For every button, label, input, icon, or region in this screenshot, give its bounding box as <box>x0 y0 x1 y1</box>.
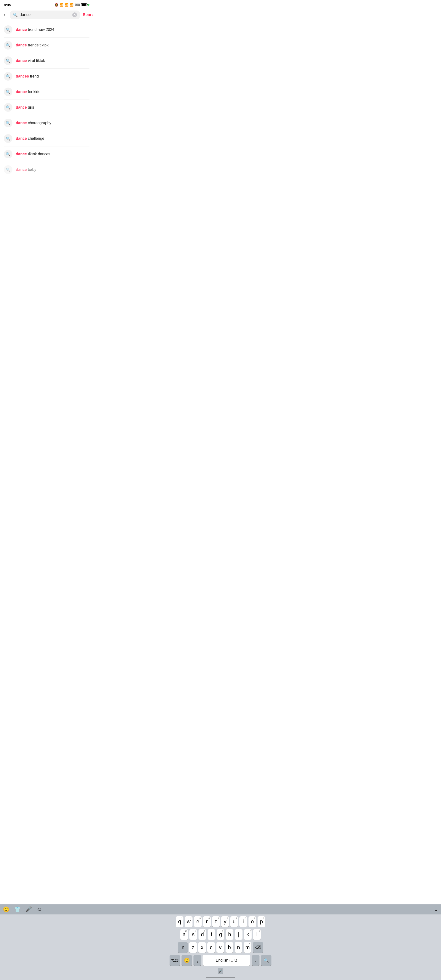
status-time: 8:35 <box>4 3 11 7</box>
back-arrow-icon: ← <box>3 12 8 18</box>
clear-button[interactable]: ✕ <box>72 13 77 17</box>
suggestion-search-icon: 🔍 <box>4 41 13 49</box>
wifi-icon: 📶 <box>70 3 73 7</box>
key-row-3: ⇧ z x :c .v ;b !n ?m ⌫ <box>1 942 93 953</box>
search-input-wrapper[interactable]: 🔍 ✕ <box>10 11 80 19</box>
suggestion-search-icon: 🔍 <box>4 103 13 112</box>
status-icons: 🔕 📶 📶 📶 85% <box>54 3 89 7</box>
back-button[interactable]: ← <box>3 11 8 19</box>
search-button[interactable]: Search <box>82 11 93 18</box>
emoji-icon[interactable]: ☺ <box>36 906 42 913</box>
status-bar: 8:35 🔕 📶 📶 📶 85% <box>0 0 93 9</box>
key-row-1: 1q 2w 3e 4r 5t 6y 7u 8i 9o 0p <box>1 916 93 927</box>
emoji-face-icon[interactable]: 🙂 <box>3 906 10 913</box>
signal-icon: 📶 <box>60 3 63 7</box>
suggestion-text: dance challenge <box>16 136 44 141</box>
suggestion-search-icon: 🔍 <box>4 25 13 34</box>
home-indicator-bar <box>0 975 93 980</box>
suggestions-list: 🔍dance trend now 2024🔍dance trends tikto… <box>0 21 93 178</box>
battery-indicator: 85% <box>75 3 89 6</box>
suggestion-item[interactable]: 🔍dance baby <box>0 162 93 177</box>
suggestion-text: dance trends tiktok <box>16 43 49 48</box>
suggestion-search-icon: 🔍 <box>4 88 13 96</box>
suggestion-text: dance tiktok dances <box>16 152 50 156</box>
suggestion-text: dance baby <box>16 167 36 172</box>
charging-dot <box>87 4 89 6</box>
suggestion-item[interactable]: 🔍dance gris <box>0 100 93 115</box>
key-row-4: ?123 🙂 , English (UK) . 🔍 <box>1 955 93 966</box>
suggestion-item[interactable]: 🔍dances trend <box>0 68 93 84</box>
keyboard-toolbar: 🙂 👕 🎤 ☺ ⌄ <box>0 904 93 915</box>
search-icon: 🔍 <box>13 13 18 17</box>
suggestion-text: dance viral tiktok <box>16 58 45 63</box>
keyboard: 🙂 👕 🎤 ☺ ⌄ 1q 2w 3e 4r 5t 6y 7u 8i 9o 0p … <box>0 904 93 980</box>
suggestion-search-icon: 🔍 <box>4 56 13 65</box>
suggestion-search-icon: 🔍 <box>4 165 13 174</box>
suggestion-search-icon: 🔍 <box>4 72 13 81</box>
suggestion-search-icon: 🔍 <box>4 150 13 158</box>
suggestion-item[interactable]: 🔍dance tiktok dances <box>0 146 93 162</box>
suggestion-item[interactable]: 🔍dance viral tiktok <box>0 53 93 68</box>
keyboard-rows: 1q 2w 3e 4r 5t 6y 7u 8i 9o 0p @a #s £d _… <box>0 915 93 975</box>
suggestion-item[interactable]: 🔍dance trend now 2024 <box>0 22 93 37</box>
search-bar: ← 🔍 ✕ Search <box>0 9 93 21</box>
signal2-icon: 📶 <box>65 3 68 7</box>
key-row-mic: 🎤 <box>1 968 93 974</box>
search-input[interactable] <box>20 13 70 17</box>
suggestion-item[interactable]: 🔍dance for kids <box>0 84 93 100</box>
suggestion-search-icon: 🔍 <box>4 134 13 143</box>
suggestion-item[interactable]: 🔍dance trends tiktok <box>0 38 93 53</box>
shirt-icon[interactable]: 👕 <box>14 906 21 913</box>
battery-icon <box>81 3 87 6</box>
toolbar-left: 🙂 👕 🎤 ☺ <box>3 906 42 913</box>
mute-icon: 🔕 <box>54 3 58 7</box>
suggestion-text: dance gris <box>16 105 34 110</box>
suggestion-item[interactable]: 🔍dance choreography <box>0 115 93 130</box>
suggestion-search-icon: 🔍 <box>4 119 13 127</box>
suggestion-text: dance choreography <box>16 121 51 125</box>
suggestion-item[interactable]: 🔍dance challenge <box>0 131 93 146</box>
suggestion-text: dances trend <box>16 74 39 78</box>
suggestion-text: dance for kids <box>16 89 40 94</box>
key-row-2: @a #s £d _f &g -h +j (k )l <box>1 929 93 940</box>
mic-icon[interactable]: 🎤 <box>25 906 32 913</box>
suggestion-text: dance trend now 2024 <box>16 27 54 32</box>
